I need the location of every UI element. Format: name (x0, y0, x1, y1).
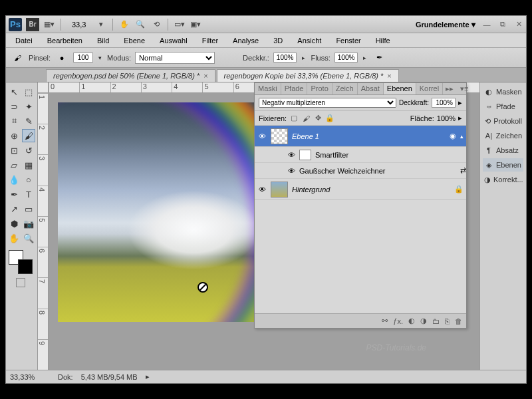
eyedropper-tool-icon[interactable]: ✎ (22, 114, 35, 128)
new-layer-icon[interactable]: ⎘ (445, 317, 450, 325)
adjustment-layer-icon[interactable]: ◑ (420, 317, 427, 325)
menu-filter[interactable]: Filter (196, 35, 225, 47)
bridge-icon[interactable]: Br (26, 18, 39, 31)
layer-fx-icon[interactable]: ƒx. (393, 317, 403, 325)
layer-thumbnail[interactable] (271, 128, 288, 144)
menu-analysis[interactable]: Analyse (226, 35, 265, 47)
blend-mode-select[interactable]: Normal (135, 52, 215, 64)
arrange-icon[interactable]: ▭▾ (174, 19, 186, 31)
zoom-level[interactable]: 33,3 (66, 21, 91, 29)
pen-tool-icon[interactable]: ✒ (7, 188, 21, 201)
menu-file[interactable]: Datei (9, 35, 39, 47)
dock-korrekt[interactable]: ◑Korrekt... (483, 173, 523, 186)
brush-dropdown-icon[interactable]: ▾ (97, 55, 103, 61)
document-tab[interactable]: regenbogen Kopie bei 33,3% (Ebene 1, RGB… (217, 69, 399, 82)
move-tool-icon[interactable]: ↖ (7, 85, 21, 98)
hand-tool-icon[interactable]: ✋ (118, 19, 130, 31)
path-select-icon[interactable]: ↗ (7, 202, 21, 215)
brush-preview-icon[interactable]: ● (55, 51, 69, 65)
panel-tab[interactable]: Absat (358, 83, 384, 94)
color-swatches[interactable] (7, 250, 34, 274)
panel-tab[interactable]: Korrel (416, 83, 443, 94)
tab-close-icon[interactable]: × (387, 72, 391, 80)
document-tab[interactable]: regenbogen.psd bei 50% (Ebene 1, RGB/8) … (46, 69, 215, 82)
stamp-tool-icon[interactable]: ⊡ (7, 144, 21, 157)
dock-masken[interactable]: ◐Masken (483, 85, 523, 98)
ruler-vertical[interactable]: 123456789 (38, 93, 49, 370)
panel-tab[interactable]: Ebenen (384, 83, 416, 94)
airbrush-icon[interactable]: ✒ (372, 51, 386, 65)
zoom-tool-icon[interactable]: 🔍 (22, 231, 35, 245)
opacity-input[interactable]: 100% (273, 53, 297, 63)
screen-mode-icon[interactable]: ▣▾ (190, 19, 201, 31)
brush-size-input[interactable]: 100 (73, 53, 93, 63)
shape-tool-icon[interactable]: ▭ (22, 202, 35, 215)
background-color[interactable] (18, 259, 33, 274)
filter-options-icon[interactable]: ⇄ (460, 166, 466, 175)
layer-opacity-input[interactable]: 100% (432, 98, 456, 108)
delete-layer-icon[interactable]: 🗑 (455, 317, 462, 325)
panel-tab[interactable]: Proto (307, 83, 332, 94)
maximize-button[interactable]: ⧉ (498, 20, 507, 29)
gradient-tool-icon[interactable]: ▦ (22, 158, 35, 172)
filter-mask-thumbnail[interactable] (299, 150, 311, 160)
dock-pfade[interactable]: ⎃Pfade (483, 100, 523, 113)
layer-name[interactable]: Ebene 1 (292, 132, 446, 140)
menu-edit[interactable]: Bearbeiten (41, 35, 89, 47)
zoom-tool-icon[interactable]: 🔍 (134, 19, 146, 31)
panel-tab[interactable]: Zeich (332, 83, 358, 94)
visibility-icon[interactable]: 👁 (257, 132, 267, 140)
visibility-icon[interactable]: 👁 (257, 186, 267, 194)
heal-tool-icon[interactable]: ⊕ (7, 129, 21, 142)
filter-row[interactable]: 👁 Gaußscher Weichzeichner ⇄ (255, 163, 466, 179)
visibility-icon[interactable]: 👁 (288, 167, 295, 175)
menu-3d[interactable]: 3D (267, 35, 289, 47)
status-zoom[interactable]: 33,33% (10, 373, 50, 381)
lock-transparency-icon[interactable]: ▢ (289, 114, 299, 123)
lock-all-icon[interactable]: 🔒 (325, 114, 334, 123)
menu-select[interactable]: Auswahl (153, 35, 194, 47)
workspace-selector[interactable]: Grundelemente ▾ (416, 20, 475, 29)
layout-icon[interactable]: ▦▾ (43, 19, 55, 31)
marquee-tool-icon[interactable]: ⬚ (22, 85, 35, 98)
dodge-tool-icon[interactable]: ○ (22, 173, 35, 186)
smartfilter-row[interactable]: 👁 Smartfilter (255, 147, 466, 163)
opacity-slider-icon[interactable]: ▸ (458, 98, 462, 107)
lock-pixels-icon[interactable]: 🖌 (301, 114, 311, 123)
status-doc-size[interactable]: 5,43 MB/9,54 MB (81, 373, 138, 381)
flow-input[interactable]: 100% (334, 53, 358, 63)
layer-blend-mode-select[interactable]: Negativ multiplizieren (259, 98, 396, 108)
quickmask-toggle[interactable] (7, 278, 34, 289)
dock-zeichen[interactable]: A|Zeichen (483, 129, 523, 142)
brush-tool-icon[interactable]: 🖌 (22, 129, 35, 142)
visibility-icon[interactable]: 👁 (288, 151, 295, 159)
rotate-view-icon[interactable]: ⟲ (150, 19, 162, 31)
dock-ebenen[interactable]: ◈Ebenen (483, 158, 523, 172)
menu-image[interactable]: Bild (90, 35, 116, 47)
layer-row[interactable]: 👁 Ebene 1 ◉ ▴ (255, 126, 466, 147)
crop-tool-icon[interactable]: ⌗ (7, 114, 21, 128)
layer-mask-icon[interactable]: ◐ (408, 317, 415, 325)
type-tool-icon[interactable]: T (22, 188, 35, 201)
ruler-origin[interactable] (38, 82, 49, 93)
lasso-tool-icon[interactable]: ⊃ (7, 100, 21, 113)
menu-window[interactable]: Fenster (329, 35, 367, 47)
panel-tab[interactable]: Maski (255, 83, 281, 94)
layer-name[interactable]: Hintergrund (292, 186, 450, 194)
menu-layer[interactable]: Ebene (117, 35, 152, 47)
brush-tool-icon[interactable]: 🖌 (10, 51, 25, 65)
status-dropdown-icon[interactable]: ▸ (146, 372, 150, 381)
expand-icon[interactable]: ▴ (460, 133, 464, 140)
lock-position-icon[interactable]: ✥ (313, 114, 323, 123)
opacity-slider-icon[interactable]: ▸ (301, 55, 307, 61)
hand-tool-icon[interactable]: ✋ (7, 231, 21, 245)
link-layers-icon[interactable]: ⚯ (382, 317, 388, 325)
wand-tool-icon[interactable]: ✦ (22, 100, 35, 113)
3d-tool-icon[interactable]: ⬢ (7, 217, 21, 230)
tab-close-icon[interactable]: × (203, 72, 207, 80)
minimize-button[interactable]: — (482, 20, 491, 29)
panel-collapse-icon[interactable]: ▸▸ (443, 83, 456, 94)
menu-view[interactable]: Ansicht (291, 35, 328, 47)
fill-input[interactable]: 100% (437, 114, 456, 122)
close-button[interactable]: ✕ (514, 20, 523, 29)
